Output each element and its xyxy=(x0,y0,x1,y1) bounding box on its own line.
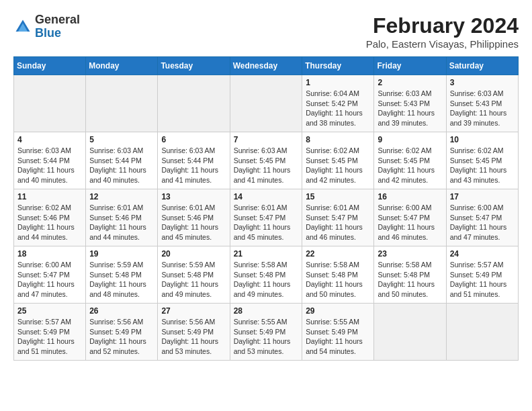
calendar-cell: 10Sunrise: 6:02 AM Sunset: 5:45 PM Dayli… xyxy=(446,132,518,189)
day-number: 2 xyxy=(378,78,442,87)
calendar-cell: 2Sunrise: 6:03 AM Sunset: 5:43 PM Daylig… xyxy=(374,75,446,132)
day-number: 27 xyxy=(161,306,226,316)
day-number: 15 xyxy=(306,192,370,201)
calendar-cell: 6Sunrise: 6:03 AM Sunset: 5:44 PM Daylig… xyxy=(158,132,230,189)
day-info: Sunrise: 6:02 AM Sunset: 5:45 PM Dayligh… xyxy=(450,146,515,185)
calendar-cell: 1Sunrise: 6:04 AM Sunset: 5:42 PM Daylig… xyxy=(302,75,374,132)
calendar-cell: 7Sunrise: 6:03 AM Sunset: 5:45 PM Daylig… xyxy=(230,132,302,189)
day-number: 25 xyxy=(17,306,82,316)
calendar-cell xyxy=(230,75,302,132)
weekday-header-monday: Monday xyxy=(86,57,158,75)
calendar-cell: 21Sunrise: 5:58 AM Sunset: 5:48 PM Dayli… xyxy=(230,246,302,304)
day-info: Sunrise: 6:02 AM Sunset: 5:45 PM Dayligh… xyxy=(378,146,442,185)
day-info: Sunrise: 6:01 AM Sunset: 5:47 PM Dayligh… xyxy=(234,203,299,242)
calendar-cell: 25Sunrise: 5:57 AM Sunset: 5:49 PM Dayli… xyxy=(14,304,86,361)
day-info: Sunrise: 6:01 AM Sunset: 5:46 PM Dayligh… xyxy=(161,203,226,242)
calendar-cell: 8Sunrise: 6:02 AM Sunset: 5:45 PM Daylig… xyxy=(302,132,374,189)
day-number: 28 xyxy=(234,306,299,316)
weekday-header-sunday: Sunday xyxy=(14,57,86,75)
calendar-cell: 15Sunrise: 6:01 AM Sunset: 5:47 PM Dayli… xyxy=(302,189,374,246)
day-info: Sunrise: 6:02 AM Sunset: 5:46 PM Dayligh… xyxy=(17,203,82,242)
day-number: 23 xyxy=(378,249,442,259)
day-info: Sunrise: 5:56 AM Sunset: 5:49 PM Dayligh… xyxy=(161,317,226,357)
calendar-cell xyxy=(158,75,230,132)
calendar-cell: 4Sunrise: 6:03 AM Sunset: 5:44 PM Daylig… xyxy=(14,132,86,189)
day-number: 24 xyxy=(450,249,515,259)
page-header: General Blue February 2024 Palo, Eastern… xyxy=(13,13,519,50)
day-info: Sunrise: 5:55 AM Sunset: 5:49 PM Dayligh… xyxy=(234,317,299,357)
weekday-header-thursday: Thursday xyxy=(302,57,374,75)
day-info: Sunrise: 6:03 AM Sunset: 5:44 PM Dayligh… xyxy=(161,146,226,185)
calendar-cell: 3Sunrise: 6:03 AM Sunset: 5:43 PM Daylig… xyxy=(446,75,518,132)
location-subtitle: Palo, Eastern Visayas, Philippines xyxy=(366,38,519,50)
week-row-3: 11Sunrise: 6:02 AM Sunset: 5:46 PM Dayli… xyxy=(14,189,519,246)
weekday-header-saturday: Saturday xyxy=(446,57,518,75)
day-number: 21 xyxy=(234,249,299,259)
calendar-cell: 26Sunrise: 5:56 AM Sunset: 5:49 PM Dayli… xyxy=(86,304,158,361)
day-info: Sunrise: 6:03 AM Sunset: 5:43 PM Dayligh… xyxy=(378,89,442,128)
calendar-cell: 20Sunrise: 5:59 AM Sunset: 5:48 PM Dayli… xyxy=(158,246,230,304)
day-number: 20 xyxy=(161,249,226,259)
calendar-cell xyxy=(374,304,446,361)
day-info: Sunrise: 5:58 AM Sunset: 5:48 PM Dayligh… xyxy=(234,260,299,300)
calendar-cell xyxy=(86,75,158,132)
weekday-header-tuesday: Tuesday xyxy=(158,57,230,75)
calendar-cell: 29Sunrise: 5:55 AM Sunset: 5:49 PM Dayli… xyxy=(302,304,374,361)
calendar-cell xyxy=(446,304,518,361)
day-number: 22 xyxy=(306,249,370,259)
calendar-cell: 18Sunrise: 6:00 AM Sunset: 5:47 PM Dayli… xyxy=(14,246,86,304)
calendar-cell: 27Sunrise: 5:56 AM Sunset: 5:49 PM Dayli… xyxy=(158,304,230,361)
day-number: 7 xyxy=(234,135,299,144)
week-row-5: 25Sunrise: 5:57 AM Sunset: 5:49 PM Dayli… xyxy=(14,304,519,361)
day-info: Sunrise: 6:01 AM Sunset: 5:47 PM Dayligh… xyxy=(306,203,370,242)
calendar-cell: 5Sunrise: 6:03 AM Sunset: 5:44 PM Daylig… xyxy=(86,132,158,189)
day-info: Sunrise: 5:59 AM Sunset: 5:48 PM Dayligh… xyxy=(161,260,226,300)
day-number: 3 xyxy=(450,78,515,87)
day-info: Sunrise: 5:58 AM Sunset: 5:48 PM Dayligh… xyxy=(306,260,370,300)
calendar-cell: 22Sunrise: 5:58 AM Sunset: 5:48 PM Dayli… xyxy=(302,246,374,304)
title-block: February 2024 Palo, Eastern Visayas, Phi… xyxy=(366,13,519,50)
day-number: 9 xyxy=(378,135,442,144)
week-row-4: 18Sunrise: 6:00 AM Sunset: 5:47 PM Dayli… xyxy=(14,246,519,304)
calendar-cell: 14Sunrise: 6:01 AM Sunset: 5:47 PM Dayli… xyxy=(230,189,302,246)
weekday-header-friday: Friday xyxy=(374,57,446,75)
day-info: Sunrise: 6:03 AM Sunset: 5:44 PM Dayligh… xyxy=(17,146,82,185)
day-number: 17 xyxy=(450,192,515,201)
calendar-cell xyxy=(14,75,86,132)
day-number: 6 xyxy=(161,135,226,144)
calendar-cell: 11Sunrise: 6:02 AM Sunset: 5:46 PM Dayli… xyxy=(14,189,86,246)
day-info: Sunrise: 6:04 AM Sunset: 5:42 PM Dayligh… xyxy=(306,89,370,128)
day-info: Sunrise: 5:55 AM Sunset: 5:49 PM Dayligh… xyxy=(306,317,370,357)
day-number: 16 xyxy=(378,192,442,201)
day-info: Sunrise: 6:03 AM Sunset: 5:44 PM Dayligh… xyxy=(89,146,154,185)
logo-general-text: General xyxy=(35,13,80,26)
day-info: Sunrise: 5:59 AM Sunset: 5:48 PM Dayligh… xyxy=(89,260,154,300)
calendar-cell: 9Sunrise: 6:02 AM Sunset: 5:45 PM Daylig… xyxy=(374,132,446,189)
logo: General Blue xyxy=(13,13,80,40)
calendar-cell: 13Sunrise: 6:01 AM Sunset: 5:46 PM Dayli… xyxy=(158,189,230,246)
day-info: Sunrise: 6:00 AM Sunset: 5:47 PM Dayligh… xyxy=(378,203,442,242)
day-info: Sunrise: 5:56 AM Sunset: 5:49 PM Dayligh… xyxy=(89,317,154,357)
weekday-header-row: SundayMondayTuesdayWednesdayThursdayFrid… xyxy=(14,57,519,75)
day-info: Sunrise: 5:57 AM Sunset: 5:49 PM Dayligh… xyxy=(450,260,515,300)
day-info: Sunrise: 5:58 AM Sunset: 5:48 PM Dayligh… xyxy=(378,260,442,300)
month-year-title: February 2024 xyxy=(366,13,519,38)
day-number: 11 xyxy=(17,192,82,201)
day-number: 10 xyxy=(450,135,515,144)
day-number: 12 xyxy=(89,192,154,201)
week-row-1: 1Sunrise: 6:04 AM Sunset: 5:42 PM Daylig… xyxy=(14,75,519,132)
day-number: 14 xyxy=(234,192,299,201)
day-info: Sunrise: 6:03 AM Sunset: 5:45 PM Dayligh… xyxy=(234,146,299,185)
calendar-cell: 28Sunrise: 5:55 AM Sunset: 5:49 PM Dayli… xyxy=(230,304,302,361)
calendar-cell: 12Sunrise: 6:01 AM Sunset: 5:46 PM Dayli… xyxy=(86,189,158,246)
day-number: 1 xyxy=(306,78,370,87)
logo-blue-text: Blue xyxy=(35,26,61,40)
day-number: 5 xyxy=(89,135,154,144)
day-number: 29 xyxy=(306,306,370,316)
day-number: 18 xyxy=(17,249,82,259)
calendar-cell: 24Sunrise: 5:57 AM Sunset: 5:49 PM Dayli… xyxy=(446,246,518,304)
calendar-cell: 17Sunrise: 6:00 AM Sunset: 5:47 PM Dayli… xyxy=(446,189,518,246)
day-number: 26 xyxy=(89,306,154,316)
day-info: Sunrise: 6:03 AM Sunset: 5:43 PM Dayligh… xyxy=(450,89,515,128)
day-info: Sunrise: 6:00 AM Sunset: 5:47 PM Dayligh… xyxy=(17,260,82,300)
